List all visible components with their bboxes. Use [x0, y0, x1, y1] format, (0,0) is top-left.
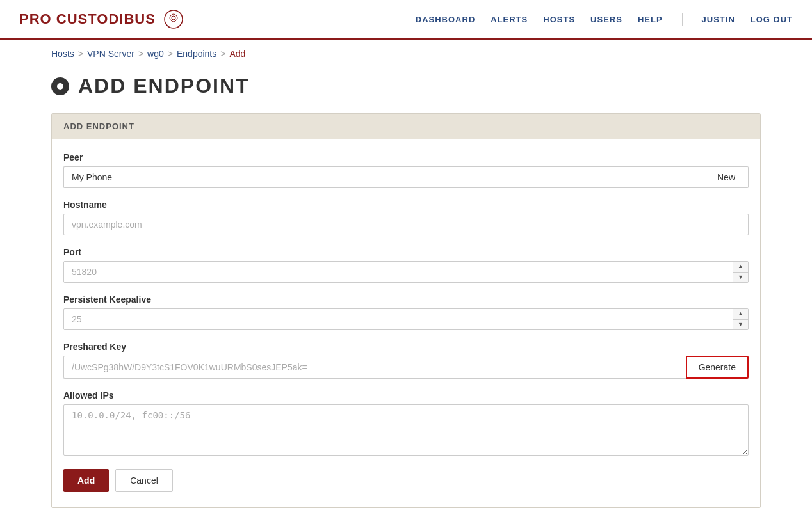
svg-point-0: [165, 10, 183, 28]
keepalive-increment[interactable]: ▲: [733, 309, 748, 320]
breadcrumb-sep-4: >: [220, 49, 225, 59]
form-card-header: ADD ENDPOINT: [52, 114, 760, 139]
generate-button[interactable]: Generate: [686, 356, 749, 379]
preshared-key-input[interactable]: [63, 356, 686, 379]
preshared-key-label: Preshared Key: [63, 342, 749, 352]
port-decrement[interactable]: ▼: [733, 273, 748, 283]
keepalive-wrapper: ▲ ▼: [63, 308, 749, 330]
page-title: ADD ENDPOINT: [78, 74, 250, 98]
breadcrumb-endpoints[interactable]: Endpoints: [177, 49, 216, 59]
nav-logout[interactable]: LOG OUT: [751, 15, 793, 24]
new-button[interactable]: New: [704, 166, 749, 188]
preshared-key-group: Preshared Key Generate: [63, 342, 749, 379]
page-title-area: ADD ENDPOINT: [0, 68, 812, 113]
breadcrumb-current: Add: [229, 49, 245, 59]
breadcrumb: Hosts > VPN Server > wg0 > Endpoints > A…: [0, 40, 812, 68]
nav-alerts[interactable]: ALERTS: [491, 15, 528, 24]
add-button[interactable]: Add: [63, 469, 109, 492]
breadcrumb-sep-3: >: [168, 49, 173, 59]
port-input[interactable]: [63, 261, 749, 283]
nav-dashboard[interactable]: DASHBOARD: [416, 15, 476, 24]
allowed-ips-input[interactable]: [63, 404, 749, 456]
logo-area: PRO CUSTODIBUS: [19, 8, 416, 31]
allowed-ips-group: Allowed IPs: [63, 390, 749, 457]
peer-row: New: [63, 166, 749, 188]
svg-point-1: [172, 16, 175, 20]
nav-help[interactable]: HELP: [638, 15, 663, 24]
keepalive-decrement[interactable]: ▼: [733, 320, 748, 330]
allowed-ips-label: Allowed IPs: [63, 390, 749, 401]
header: PRO CUSTODIBUS DASHBOARD ALERTS HOSTS US…: [0, 0, 812, 40]
app-logo-icon: [162, 8, 185, 31]
nav-divider: [682, 13, 683, 26]
keepalive-group: Persistent Keepalive ▲ ▼: [63, 294, 749, 330]
nav-justin[interactable]: JUSTIN: [702, 15, 735, 24]
cancel-button[interactable]: Cancel: [115, 469, 173, 492]
breadcrumb-hosts[interactable]: Hosts: [51, 49, 74, 59]
breadcrumb-sep-1: >: [78, 49, 83, 59]
keepalive-label: Persistent Keepalive: [63, 294, 749, 305]
form-card: ADD ENDPOINT Peer New Hostname Port ▲ ▼: [51, 113, 761, 508]
nav-users[interactable]: USERS: [590, 15, 622, 24]
breadcrumb-wg0[interactable]: wg0: [147, 49, 164, 59]
page-title-icon: [51, 77, 69, 95]
form-body: Peer New Hostname Port ▲ ▼ Persiste: [52, 139, 760, 507]
hostname-input[interactable]: [63, 214, 749, 235]
port-wrapper: ▲ ▼: [63, 261, 749, 283]
breadcrumb-sep-2: >: [138, 49, 143, 59]
preshared-key-row: Generate: [63, 356, 749, 379]
hostname-label: Hostname: [63, 200, 749, 210]
action-buttons: Add Cancel: [63, 469, 749, 492]
nav-hosts[interactable]: HOSTS: [543, 15, 575, 24]
hostname-group: Hostname: [63, 200, 749, 235]
port-spinners: ▲ ▼: [733, 262, 748, 282]
port-group: Port ▲ ▼: [63, 247, 749, 283]
peer-input[interactable]: [63, 166, 704, 188]
port-increment[interactable]: ▲: [733, 262, 748, 273]
breadcrumb-vpn-server[interactable]: VPN Server: [87, 49, 134, 59]
port-label: Port: [63, 247, 749, 257]
keepalive-spinners: ▲ ▼: [733, 309, 748, 329]
main-nav: DASHBOARD ALERTS HOSTS USERS HELP JUSTIN…: [416, 13, 793, 26]
keepalive-input[interactable]: [63, 308, 749, 330]
peer-group: Peer New: [63, 152, 749, 188]
app-name: PRO CUSTODIBUS: [19, 11, 156, 28]
peer-label: Peer: [63, 152, 749, 163]
